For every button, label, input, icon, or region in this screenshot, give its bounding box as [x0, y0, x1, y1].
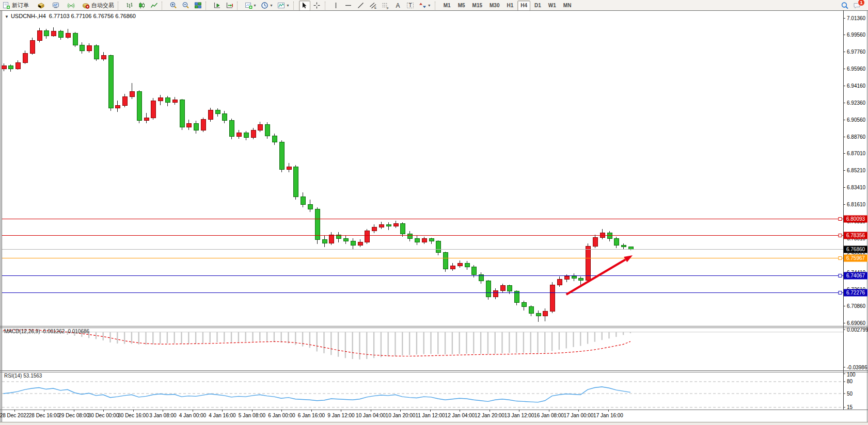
candle-bearish [73, 33, 77, 45]
price-chart[interactable]: 7.013606.995606.977606.959606.941606.923… [0, 10, 868, 425]
candle-bearish [272, 136, 277, 142]
price-axis-label: 6.95960 [847, 66, 866, 72]
trading-platform-window: 新订单 自动交易 [0, 0, 868, 425]
auto-trading-button[interactable]: 自动交易 [80, 1, 116, 11]
cursor-button[interactable] [299, 1, 310, 11]
candle-bullish [422, 238, 427, 242]
candle-bearish [244, 133, 248, 138]
vertical-line-button[interactable] [330, 1, 342, 11]
trendline-button[interactable] [355, 1, 367, 11]
candle-bearish [578, 278, 583, 280]
candle-bearish [436, 241, 440, 253]
candle-bearish [279, 142, 284, 170]
notifications-button[interactable]: 1 [851, 1, 863, 11]
chart-shift-button[interactable] [224, 1, 235, 11]
candle-bearish [514, 291, 519, 303]
timeframe-button-m5[interactable]: M5 [455, 1, 468, 11]
candle-bullish [130, 92, 134, 97]
candle-bullish [457, 263, 462, 266]
candle-bullish [115, 105, 120, 108]
channel-button[interactable]: E [368, 1, 379, 11]
time-axis-label: 17 Jan 16:00 [593, 413, 623, 418]
macd-axis-label: 0.002799 [847, 327, 868, 333]
symbol-dropdown-icon[interactable]: ▼ [5, 14, 9, 19]
toolbar-separator [435, 2, 438, 10]
search-button[interactable] [839, 1, 850, 11]
new-chart-button[interactable]: ▼ [243, 1, 258, 11]
toolbar-separator [118, 2, 121, 10]
candle-bullish [87, 45, 91, 51]
price-line-anchor[interactable] [839, 274, 842, 277]
candle-bearish [621, 245, 626, 247]
candle-bearish [351, 241, 355, 245]
time-axis-label: 29 Dec 08:00 [58, 413, 89, 418]
signals-button[interactable] [65, 1, 76, 11]
price-axis-label: 6.87010 [847, 151, 866, 156]
periods-button[interactable]: ▼ [259, 1, 275, 11]
timeframe-button-mn[interactable]: MN [560, 1, 575, 11]
symbol-timeframe-label: USDCNH-,H4 [11, 13, 46, 19]
data-folder-button[interactable] [35, 1, 46, 11]
candle-bearish [165, 98, 170, 103]
terminal-button[interactable] [50, 1, 61, 11]
new-order-button[interactable]: 新订单 [1, 1, 30, 11]
timeframe-button-h1[interactable]: H1 [503, 1, 516, 11]
candle-bearish [293, 167, 298, 197]
candle-bullish [564, 276, 569, 279]
time-axis-label: 28 Dec 16:00 [29, 413, 60, 418]
candle-bearish [215, 110, 220, 114]
candle-bullish [122, 97, 127, 105]
zoom-out-button[interactable] [180, 1, 191, 11]
arrows-button[interactable]: ▼ [417, 1, 433, 11]
price-axis-label: 6.85210 [847, 168, 866, 173]
svg-text:F: F [387, 7, 389, 10]
bar-chart-button[interactable] [123, 1, 135, 11]
price-tag-label: 6.74067 [846, 273, 865, 279]
candle-bullish [236, 133, 241, 137]
line-chart-button[interactable] [148, 1, 160, 11]
candle-bearish [415, 238, 419, 242]
candlestick-chart-button[interactable] [136, 1, 147, 11]
price-axis-label: 6.92360 [847, 100, 866, 106]
price-line-anchor[interactable] [839, 234, 842, 237]
timeframe-button-m15[interactable]: M15 [469, 1, 485, 11]
price-tag-label: 6.76860 [846, 247, 865, 252]
price-line-anchor[interactable] [839, 257, 842, 260]
tile-windows-icon [194, 2, 202, 10]
rsi-axis-label: 100 [847, 372, 856, 378]
candle-bearish [322, 239, 327, 243]
indicators-button[interactable]: ▼ [276, 1, 291, 11]
macd-label: MACD(12,26,9) -0.001262 -0.010686 [4, 329, 89, 334]
timeframe-button-m1[interactable]: M1 [440, 1, 454, 11]
fibonacci-button[interactable]: F [380, 1, 391, 11]
candle-bullish [287, 167, 291, 169]
candle-bullish [251, 130, 256, 138]
timeframe-button-m30[interactable]: M30 [486, 1, 502, 11]
candle-bearish [536, 313, 541, 316]
auto-scroll-button[interactable] [211, 1, 223, 11]
chevron-down-icon: ▼ [428, 4, 431, 7]
tile-windows-button[interactable] [192, 1, 203, 11]
horizontal-line-icon [344, 2, 353, 10]
new-order-icon [2, 2, 10, 10]
svg-text:E: E [374, 6, 376, 9]
price-line-anchor[interactable] [839, 291, 842, 295]
timeframe-button-h4[interactable]: H4 [517, 1, 530, 11]
text-label-button[interactable]: T [405, 1, 416, 11]
cursor-icon [301, 2, 309, 10]
zoom-in-icon [169, 2, 177, 10]
candle-bearish [407, 234, 412, 238]
candle-bearish [386, 224, 391, 226]
candle-bullish [208, 110, 213, 120]
channel-icon: E [369, 2, 377, 10]
timeframe-button-w1[interactable]: W1 [545, 1, 559, 11]
horizontal-line-button[interactable] [343, 1, 354, 11]
crosshair-button[interactable] [311, 1, 323, 11]
timeframe-button-d1[interactable]: D1 [531, 1, 544, 11]
text-button[interactable]: A [392, 1, 404, 11]
time-axis-label: 13 Jan 12:00 [504, 413, 534, 418]
price-line-anchor[interactable] [839, 218, 842, 221]
text-icon: A [394, 2, 402, 10]
zoom-in-button[interactable] [167, 1, 179, 11]
candle-bearish [301, 197, 305, 205]
